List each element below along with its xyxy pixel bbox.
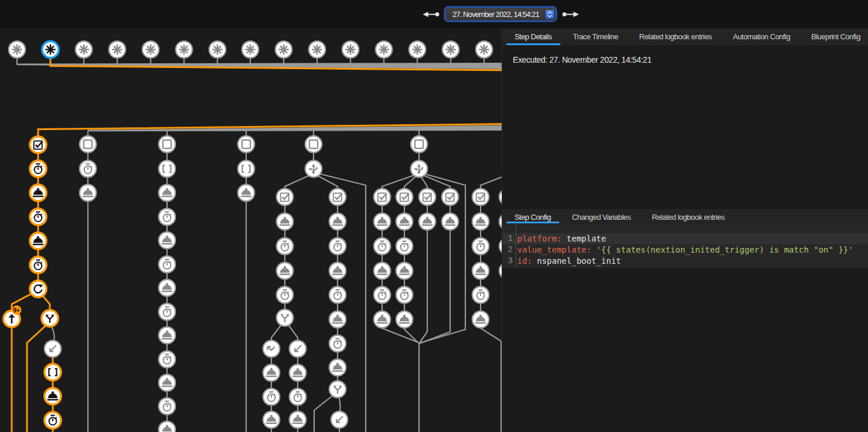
svg-text:9+: 9+ (13, 307, 20, 314)
